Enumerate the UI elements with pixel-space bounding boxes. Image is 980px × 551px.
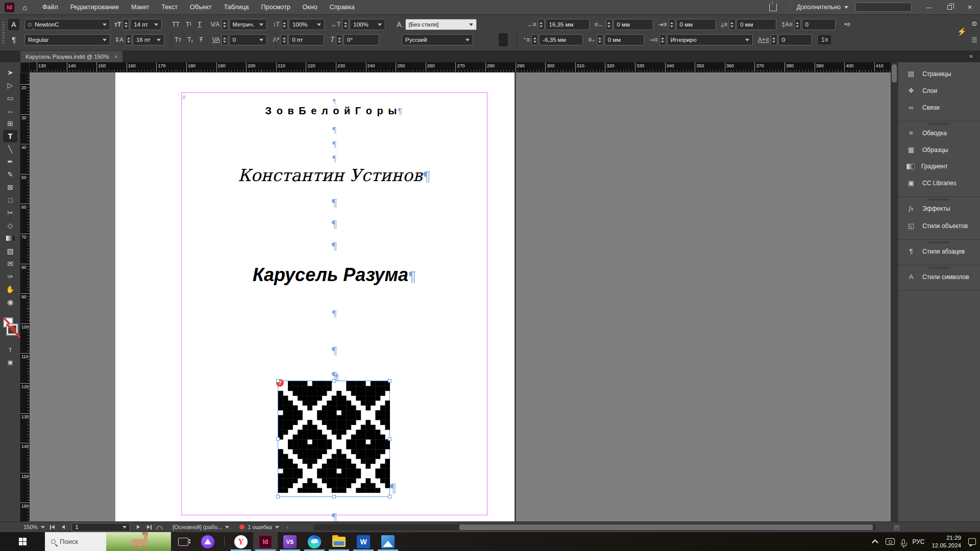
visual-studio-taskbar-button[interactable]: VS [278,532,302,551]
direct-selection-tool[interactable]: ▷ [3,79,17,91]
menu-item-Макет[interactable]: Макет [125,0,155,14]
horizontal-scrollbar-thumb[interactable] [459,524,873,530]
strikethrough-button[interactable]: Ŧ [196,35,206,44]
left-indent-stepper[interactable] [538,19,545,30]
panel-item-cc-libraries[interactable]: ▣CC Libraries [898,174,980,191]
panel-item-стили-объектов[interactable]: ◱Стили объектов [898,217,980,234]
tab-close-icon[interactable]: × [114,54,118,60]
horizontal-ruler[interactable]: 1301401501601701801902002102202302402502… [30,62,891,72]
selection-handle[interactable] [388,495,391,498]
alisa-taskbar-button[interactable] [195,532,220,551]
drop-cap-lines-field[interactable]: 0 [802,19,836,30]
panel-grip[interactable] [2,22,5,44]
align-towards-spine-button[interactable] [508,33,517,46]
justify-all-button[interactable] [499,33,508,46]
note-tool[interactable]: ✉ [3,258,17,270]
drag-dots[interactable] [928,267,950,269]
share-icon[interactable] [769,4,777,11]
free-transform-tool[interactable]: ◇ [3,219,17,232]
microphone-icon[interactable] [902,539,905,544]
panel-item-стили-символов[interactable]: AСтили символов [898,268,980,285]
drag-dots[interactable] [928,123,950,125]
formatting-affects-text-button[interactable]: T [3,344,17,356]
indesign-taskbar-button[interactable]: Id [253,532,278,551]
baseline-shift-stepper[interactable] [281,34,287,45]
numbered-list-button[interactable]: 1≡ [818,35,831,44]
subscript-button[interactable]: T₁ [184,35,196,44]
menu-item-Объект[interactable]: Объект [184,0,218,14]
tracking-stepper[interactable] [222,34,228,45]
view-info-combo[interactable]: [Основной] (рабо... [173,524,229,530]
font-size-combo[interactable]: 14 пт [130,19,162,30]
selection-handle[interactable] [276,495,280,498]
vertical-scale-stepper[interactable] [281,19,288,30]
notification-center-icon[interactable] [968,538,976,545]
ruler-origin[interactable] [20,62,30,72]
language-indicator[interactable]: РУС [912,538,924,545]
scissors-tool[interactable]: ✂ [3,207,17,219]
right-indent-stepper[interactable] [606,19,612,30]
selection-handle[interactable] [276,437,280,441]
menu-item-Текст[interactable]: Текст [155,0,183,14]
minimize-button[interactable]: — [919,0,939,14]
eyedropper-tool[interactable]: ✑ [3,270,17,283]
justify-right-button[interactable] [489,33,499,46]
page-number-combo[interactable]: 1 [71,523,130,532]
vertical-scrollbar[interactable] [891,62,898,521]
paragraph-formatting-button[interactable]: ¶ [8,34,19,45]
left-indent-field[interactable]: 16,35 мм [546,19,590,30]
space-before-stepper[interactable] [669,19,675,30]
menu-item-Справка[interactable]: Справка [324,0,361,14]
align-to-grid-stepper[interactable] [659,34,666,45]
menu-item-Файл[interactable]: Файл [36,0,64,14]
first-page-button[interactable] [50,525,58,530]
workspace-switcher[interactable]: Дополнительно [797,4,848,11]
panel-item-страницы[interactable]: ▤Страницы [898,65,980,82]
panel-menu-icon[interactable]: ☰ [971,36,977,44]
yandex-browser-taskbar-button[interactable]: Y [229,532,253,551]
all-caps-button[interactable]: TT [169,20,183,29]
line-tool[interactable]: ╲ [3,143,17,155]
horizontal-scrollbar[interactable] [314,524,875,531]
align-left-button[interactable] [484,18,493,31]
document-canvas[interactable]: # З о в Б е л о й Г о р ы¶ Константин Ус… [30,72,891,521]
panel-item-градиент[interactable]: Градиент [898,158,980,174]
author-text[interactable]: Константин Устинов¶ [181,165,487,185]
language-combo[interactable]: Русский [402,34,473,45]
drag-dots[interactable] [928,241,950,243]
stroke-swatch[interactable] [7,324,17,335]
word-taskbar-button[interactable]: W [351,532,376,551]
space-after-field[interactable]: 0 мм [737,19,776,30]
panel-item-образцы[interactable]: ▦Образцы [898,141,980,158]
panel-item-стили-абзацев[interactable]: ¶Стили абзацев [898,243,980,260]
page-tool[interactable]: ▭ [3,92,17,104]
content-collector-tool[interactable]: ⊞ [3,117,17,130]
leading-stepper[interactable] [125,34,132,45]
first-line-indent-field[interactable]: -6,35 мм [539,34,583,45]
collapse-panels-icon[interactable]: » [969,52,973,60]
type-tool[interactable]: T [3,130,17,142]
bulleted-list-button[interactable]: •≡ [842,20,853,29]
menu-item-Просмотр[interactable]: Просмотр [255,0,297,14]
gear-icon[interactable]: ⚙ [971,20,977,28]
selection-handle[interactable] [276,379,280,383]
close-button[interactable]: ✕ [960,0,980,14]
scroll-left-arrow[interactable]: ‹ [286,524,288,530]
selection-tool[interactable]: ➤ [3,66,17,79]
gap-tool[interactable]: ↔ [3,105,17,117]
explorer-taskbar-button[interactable] [327,532,351,551]
font-style-combo[interactable]: Regular [24,34,110,45]
baseline-shift-field[interactable]: 0 пт [288,34,324,45]
preflight-icon[interactable] [157,526,162,530]
tray-overflow-icon[interactable] [872,539,878,546]
last-line-indent-stepper[interactable] [597,34,603,45]
heading-text[interactable]: З о в Б е л о й Г о р ы¶ [181,105,487,117]
menu-item-Таблица[interactable]: Таблица [217,0,255,14]
drag-dots[interactable] [928,198,950,201]
lightning-icon[interactable]: ⚡ [957,27,967,36]
rectangle-frame-tool[interactable]: ⊠ [3,181,17,193]
tracking-combo[interactable]: 0 [229,34,267,45]
horizontal-scale-stepper[interactable] [342,19,349,30]
document-tab[interactable]: Карусель Разума.indd @ 150% × [20,51,122,62]
last-page-button[interactable] [143,525,152,530]
